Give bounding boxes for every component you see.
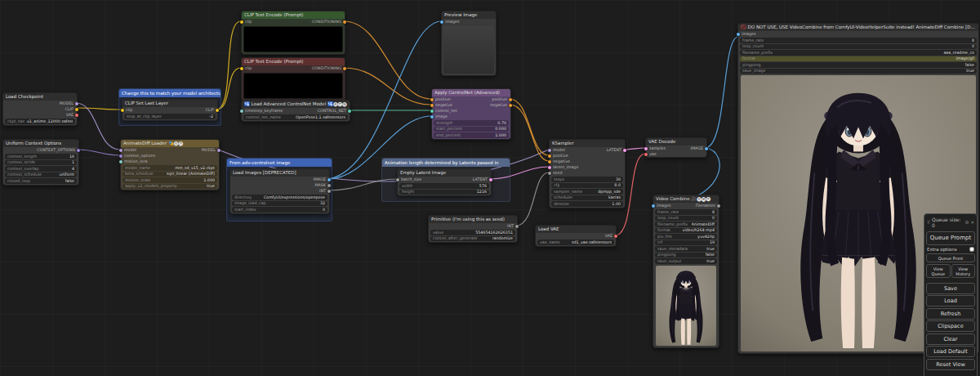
ksampler-widget-cfg[interactable]: cfg8.0: [551, 183, 623, 189]
video-combine-widget-pix_fmt[interactable]: pix_fmtyuv420p: [655, 234, 717, 239]
vae-input-dot[interactable]: [644, 153, 648, 156]
load-adv-controlnet[interactable]: 🛂 Load Advanced ControlNet Model 🛂🅐🅒🅝tim…: [241, 100, 350, 122]
ksampler-widget-scheduler[interactable]: schedulerkarras: [551, 195, 623, 201]
VAE-output-dot[interactable]: [75, 114, 78, 117]
samples-input-dot[interactable]: [644, 147, 648, 150]
extra-options-checkbox[interactable]: [969, 247, 974, 252]
seed-input-dot[interactable]: [548, 172, 551, 175]
MODEL-output-dot[interactable]: [217, 149, 220, 152]
primitive-seed-widget-value[interactable]: value554654162626351: [430, 230, 515, 235]
save-button[interactable]: Save: [926, 283, 975, 294]
close-icon[interactable]: ✕: [970, 220, 974, 225]
empty-latent-image-widget-width[interactable]: width576: [399, 183, 489, 189]
video-combine-widget-pingpong[interactable]: pingpongfalse: [655, 253, 717, 258]
CONDITIONING-output-dot[interactable]: [343, 20, 346, 24]
uniform-context-options-widget-closed_loop[interactable]: closed_loopfalse: [5, 178, 77, 184]
preview-image[interactable]: Preview Imageimages: [441, 11, 497, 76]
drag-handle-icon[interactable]: ⠿: [927, 220, 930, 225]
video-combine-widget-frame_rate[interactable]: frame_rate8: [655, 209, 717, 215]
queue-front-button[interactable]: Queue Front: [926, 253, 975, 262]
CONTEXT_OPTIONS-output-dot[interactable]: [77, 149, 80, 152]
view-history-button[interactable]: View History: [951, 264, 976, 278]
animatediff-combine-deprecated-widget-format[interactable]: formatimage/gif: [740, 56, 977, 62]
load-vae[interactable]: Load VAEVAEvae_namesd1_vae.safetensors: [535, 225, 617, 247]
ksampler-widget-steps[interactable]: steps30: [551, 177, 623, 182]
video-combine-widget-crf[interactable]: crf19: [655, 240, 717, 246]
uniform-context-options-widget-context_schedule[interactable]: context_scheduleuniform: [5, 172, 77, 178]
prompt-textarea[interactable]: [243, 26, 343, 52]
images-input-dot[interactable]: [737, 33, 740, 36]
animatediff-loader-widget-beta_schedule[interactable]: beta_schedulesqrt_linear (AnimateDiff): [122, 172, 217, 177]
MODEL-output-dot[interactable]: [75, 102, 78, 105]
video-combine-widget-filename_prefix[interactable]: filename_prefixAnimateDiff: [655, 222, 717, 227]
control_net-input-dot[interactable]: [430, 110, 434, 113]
refresh-button[interactable]: Refresh: [926, 308, 975, 320]
reset-view-button[interactable]: Reset View: [926, 359, 975, 370]
vae-decode[interactable]: VAE DecodesamplesIMAGEvae: [645, 137, 707, 158]
load-button[interactable]: Load: [926, 295, 975, 307]
empty-latent-image-widget-height[interactable]: height1216: [399, 190, 489, 195]
uniform-context-options-widget-context_length[interactable]: context_length16: [5, 154, 77, 159]
video-combine-widget-loop_count[interactable]: loop_count0: [655, 216, 717, 222]
queue-prompt-button[interactable]: Queue Prompt: [926, 231, 975, 245]
load-default-button[interactable]: Load Default: [926, 346, 975, 357]
timestep_keyframe-input-dot[interactable]: [240, 110, 243, 113]
video-combine-widget-save_metadata[interactable]: save_metadatatrue: [655, 246, 717, 252]
model-input-dot[interactable]: [548, 149, 551, 152]
CONDITIONING-output-dot[interactable]: [343, 67, 346, 70]
animatediff-combine-deprecated-widget-filename_prefix[interactable]: filename_prefixaaa_readme_co: [740, 50, 977, 56]
uniform-context-options[interactable]: Uniform Context OptionsCONTEXT_OPTIONSco…: [2, 139, 79, 186]
settings-gear-icon[interactable]: ⚙: [964, 220, 969, 225]
apply-controlnet[interactable]: Apply ControlNet (Advanced)positiveposit…: [431, 88, 511, 140]
positive-input-dot[interactable]: [548, 154, 551, 158]
animatediff-loader-widget-motion_scale[interactable]: motion_scale1.000: [122, 177, 217, 183]
node-canvas[interactable]: Change this to match your model architec…: [0, 0, 980, 376]
clip-text-encode-positive[interactable]: CLIP Text Encode (Prompt)clipCONDITIONIN…: [241, 11, 345, 55]
uniform-context-options-widget-context_overlap[interactable]: context_overlap4: [5, 166, 77, 172]
CLIP-output-dot[interactable]: [216, 109, 219, 112]
VAE-output-dot[interactable]: [614, 235, 617, 238]
load-checkpoint[interactable]: Load CheckpointMODELCLIPVAEckpt_namev1_a…: [2, 92, 78, 126]
images-input-dot[interactable]: [440, 20, 443, 24]
apply-controlnet-widget-strength[interactable]: strength0.70: [434, 120, 509, 126]
load-images-deprecated-widget-image_load_cap[interactable]: image_load_cap32: [232, 201, 327, 207]
animatediff-combine-deprecated-widget-save_image[interactable]: save_imagetrue: [740, 69, 977, 74]
view-queue-button[interactable]: View Queue: [926, 264, 951, 278]
batch_size-input-dot[interactable]: [396, 178, 399, 181]
load-images-deprecated-widget-start_index[interactable]: start_index0: [232, 207, 327, 213]
clip-input-dot[interactable]: [240, 67, 243, 70]
animatediff-loader-widget-apply_v2_models_properly[interactable]: apply_v2_models_properlytrue: [122, 184, 217, 190]
ksampler-widget-sampler_name[interactable]: sampler_namedpmpp_sde: [551, 189, 623, 195]
uniform-context-options-widget-context_stride[interactable]: context_stride1: [5, 160, 77, 166]
load-images-deprecated[interactable]: Load Images [DEPRECATED]IMAGEMASKINTdire…: [229, 168, 330, 214]
animatediff-combine-deprecated-widget-loop_count[interactable]: loop_count0: [740, 44, 977, 50]
load-vae-widget-vae_name[interactable]: vae_namesd1_vae.safetensors: [537, 239, 614, 245]
apply-controlnet-widget-start_percent[interactable]: start_percent0.000: [434, 127, 509, 132]
Filenames-output-dot[interactable]: [717, 204, 720, 208]
clip-set-last-layer[interactable]: CLIP Set Last LayerclipCLIPstop_at_clip_…: [122, 99, 218, 121]
video-combine[interactable]: Video Combine 🎥🅥🅗🅢imagesFilenamesframe_r…: [653, 195, 719, 348]
ksampler-widget-denoise[interactable]: denoise1.00: [551, 201, 623, 207]
clipspace-button[interactable]: Clipspace: [926, 320, 975, 332]
MASK-output-dot[interactable]: [327, 184, 331, 187]
clip-set-last-layer-widget-stop_at_clip_layer[interactable]: stop_at_clip_layer-2: [124, 114, 216, 119]
video-combine-widget-format[interactable]: formatvideo/h264-mp4: [655, 228, 717, 234]
animatediff-combine-deprecated-widget-frame_rate[interactable]: frame_rate8: [740, 38, 977, 43]
video-combine-widget-save_output[interactable]: save_outputtrue: [655, 258, 717, 264]
clip-input-dot[interactable]: [240, 20, 243, 24]
image-input-dot[interactable]: [430, 115, 434, 119]
animatediff-loader[interactable]: AnimateDiff Loader 🎭🅐🅓modelMODELcontext_…: [120, 139, 220, 190]
CONTROL_NET-output-dot[interactable]: [348, 110, 351, 113]
INT-output-dot[interactable]: [515, 225, 519, 228]
negative-output-dot[interactable]: [509, 104, 512, 107]
CLIP-output-dot[interactable]: [75, 108, 78, 111]
positive-input-dot[interactable]: [430, 98, 434, 101]
animatediff-loader-widget-model_name[interactable]: model_namemm_sd_v15_v2.ckpt: [122, 165, 217, 171]
primitive-seed[interactable]: Primitive (I'm using this as seed)INTval…: [428, 215, 518, 243]
primitive-seed-widget-control_after_generate[interactable]: control_after_generaterandomize: [430, 236, 515, 242]
IMAGE-output-dot[interactable]: [705, 147, 708, 150]
empty-latent-image[interactable]: Empty Latent Imagebatch_sizeLATENTwidth5…: [397, 168, 492, 196]
animatediff-combine-deprecated-widget-pingpong[interactable]: pingpongfalse: [740, 62, 977, 68]
apply-controlnet-widget-end_percent[interactable]: end_percent1.000: [434, 132, 509, 138]
prompt-textarea[interactable]: [243, 73, 343, 99]
